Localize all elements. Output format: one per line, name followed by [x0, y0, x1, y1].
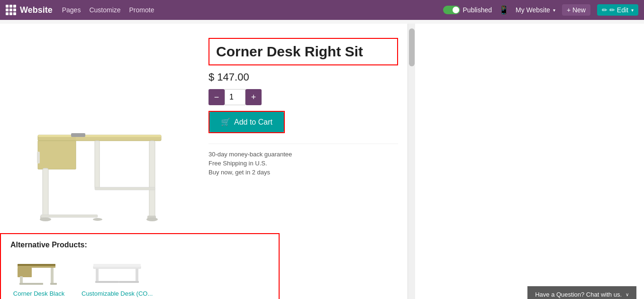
- alt-product-1-name: Corner Desk Black: [13, 290, 64, 297]
- alt-product-2[interactable]: Customizable Desk (CO...: [82, 254, 153, 297]
- mobile-icon[interactable]: 📱: [499, 5, 509, 15]
- svg-point-13: [146, 217, 158, 221]
- quantity-increase-button[interactable]: +: [245, 89, 262, 105]
- guarantee-item-1: 30-day money-back guarantee: [209, 151, 398, 158]
- customizable-desk-img: [91, 255, 143, 286]
- nav-right: Published 📱 My Website ▾ + New ✏ ✏ Edit …: [443, 4, 638, 16]
- guarantee-item-2: Free Shipping in U.S.: [209, 160, 398, 167]
- product-image: [9, 88, 190, 239]
- published-toggle[interactable]: Published: [443, 6, 492, 14]
- svg-rect-14: [71, 133, 85, 137]
- edit-button[interactable]: ✏ ✏ Edit ▾: [597, 4, 638, 16]
- svg-rect-20: [19, 283, 43, 285]
- brand-name: Website: [20, 5, 53, 15]
- top-gray-bar: [0, 20, 644, 24]
- quantity-decrease-button[interactable]: −: [209, 89, 225, 105]
- toggle-switch[interactable]: [443, 6, 460, 14]
- svg-rect-25: [136, 269, 138, 283]
- add-to-cart-button[interactable]: 🛒 Add to Cart: [209, 112, 284, 132]
- svg-rect-3: [38, 135, 161, 137]
- new-label: + New: [567, 6, 586, 14]
- scrollbar[interactable]: [408, 24, 415, 299]
- svg-rect-1: [38, 141, 76, 169]
- pencil-icon: ✏: [602, 6, 608, 14]
- alt-product-1-image: [10, 254, 67, 287]
- alt-product-2-name: Customizable Desk (CO...: [82, 290, 153, 297]
- product-title-box: Corner Desk Right Sit: [209, 38, 398, 65]
- quantity-input[interactable]: [225, 89, 245, 105]
- add-to-cart-box: 🛒 Add to Cart: [209, 111, 285, 133]
- pages-link[interactable]: Pages: [62, 6, 81, 14]
- alternative-products-list: Corner Desk Black Customizab: [10, 254, 269, 297]
- customize-link[interactable]: Customize: [89, 6, 120, 14]
- svg-rect-9: [41, 215, 98, 217]
- content-wrapper: Corner Desk Right Sit $ 147.00 − + 🛒 Add…: [0, 24, 644, 299]
- chat-label: Have a Question? Chat with us.: [535, 291, 622, 298]
- svg-rect-4: [43, 168, 48, 220]
- edit-label: ✏ Edit: [609, 6, 628, 14]
- nav-links: Pages Customize Promote: [62, 6, 154, 14]
- svg-rect-28: [93, 264, 141, 267]
- chevron-down-icon-edit: ▾: [631, 8, 634, 13]
- new-button[interactable]: + New: [562, 4, 590, 16]
- scrollbar-thumb[interactable]: [409, 28, 415, 66]
- chevron-down-icon: ▾: [553, 8, 555, 13]
- alternative-products-section: Alternative Products:: [0, 233, 280, 299]
- svg-rect-21: [50, 283, 57, 285]
- svg-rect-24: [96, 269, 99, 283]
- svg-rect-6: [95, 141, 100, 188]
- my-website-label: My Website: [516, 6, 550, 14]
- alternative-products-title: Alternative Products:: [10, 241, 269, 249]
- grid-icon: [6, 5, 16, 15]
- svg-rect-10: [95, 187, 155, 190]
- chevron-down-icon-chat: ∨: [626, 292, 629, 297]
- brand-logo[interactable]: Website: [6, 5, 53, 15]
- product-title: Corner Desk Right Sit: [216, 44, 390, 60]
- svg-point-12: [93, 218, 102, 221]
- corner-desk-black-img: [13, 255, 65, 286]
- svg-rect-22: [18, 264, 55, 266]
- svg-rect-26: [95, 281, 119, 283]
- alt-product-1[interactable]: Corner Desk Black: [10, 254, 67, 297]
- product-price: $ 147.00: [209, 71, 398, 83]
- quantity-row: − +: [209, 89, 398, 105]
- published-label: Published: [463, 6, 492, 14]
- svg-rect-17: [18, 268, 32, 277]
- alt-product-2-image: [89, 254, 145, 287]
- svg-rect-27: [119, 281, 139, 283]
- svg-rect-15: [37, 152, 40, 163]
- svg-point-11: [40, 217, 51, 221]
- chat-widget[interactable]: Have a Question? Chat with us. ∨: [527, 286, 636, 299]
- navbar: Website Pages Customize Promote Publishe…: [0, 0, 644, 20]
- promote-link[interactable]: Promote: [129, 6, 154, 14]
- guarantees: 30-day money-back guarantee Free Shippin…: [209, 144, 398, 178]
- add-to-cart-label: Add to Cart: [234, 118, 272, 127]
- guarantee-item-3: Buy now, get in 2 days: [209, 169, 398, 176]
- svg-rect-5: [149, 141, 155, 220]
- shopping-cart-icon: 🛒: [221, 118, 230, 127]
- my-website-button[interactable]: My Website ▾: [516, 6, 555, 14]
- svg-rect-19: [51, 268, 54, 285]
